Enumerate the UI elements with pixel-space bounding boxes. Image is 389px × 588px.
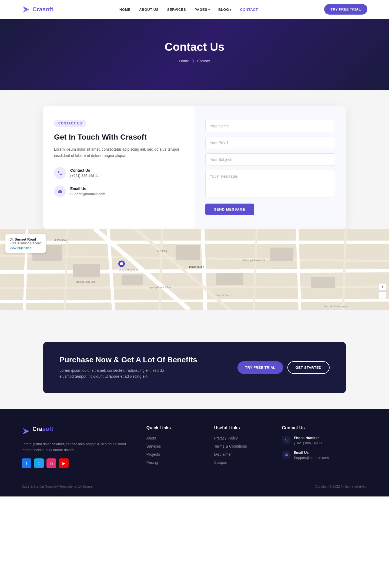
email-input[interactable] <box>205 137 335 149</box>
cta-trial-button[interactable]: TRY FREE TRIAL <box>237 361 283 374</box>
map-location-sub: Kuta, Badung Regenc <box>10 241 41 245</box>
svg-marker-37 <box>23 431 29 434</box>
cta-started-button[interactable]: GET STARTED <box>287 361 330 374</box>
footer-brand-desc: Lorem ipsum dolor sit amet, consec adipi… <box>22 441 136 453</box>
footer-quick-links: Quick Links About Services Projects Pric… <box>146 425 203 468</box>
svg-line-7 <box>0 300 389 302</box>
map-zoom-in[interactable]: + <box>379 283 386 291</box>
footer-link-privacy[interactable]: Privacy Policy <box>214 436 238 440</box>
send-button[interactable]: SEND MESSAGE <box>205 204 254 215</box>
footer-link-disclaimer[interactable]: Disclaimer <box>214 452 232 457</box>
footer-logo-icon <box>22 427 30 435</box>
social-instagram[interactable]: in <box>46 458 56 468</box>
footer-logo-text: Crasoft <box>32 425 53 432</box>
footer-contact: Contact Us Phone Number (+021) 885 148 1… <box>282 425 367 468</box>
phone-icon-wrap <box>54 167 66 179</box>
nav-cta-button[interactable]: TRY FREE TRIAL <box>324 4 367 15</box>
footer-quick-links-title: Quick Links <box>146 425 203 430</box>
footer-phone-text: Phone Number (+021) 885 148 11 <box>294 436 323 445</box>
navbar: Crasoft HOME ABOUT US SERVICES PAGES BLO… <box>0 0 389 19</box>
breadcrumb: Home ❯ Contact <box>0 59 389 63</box>
footer-social: f t in ▶ <box>22 458 136 468</box>
footer-link-projects[interactable]: Projects <box>146 452 160 457</box>
contact-heading: Get In Touch With Crasoft <box>54 132 184 142</box>
map-svg: Jl. Pandawa I Jl. Grand Dewi Sri Jl. Nak… <box>0 229 389 310</box>
message-input[interactable] <box>205 170 335 197</box>
footer-link-terms[interactable]: Terms & Conditions <box>214 444 247 448</box>
footer: Crasoft Lorem ipsum dolor sit amet, cons… <box>0 409 389 496</box>
name-input[interactable] <box>205 120 335 132</box>
phone-icon <box>58 171 62 175</box>
svg-text:Warung Liku Nakula: Warung Liku Nakula <box>243 259 265 262</box>
breadcrumb-home[interactable]: Home <box>179 59 189 63</box>
contact-form: SEND MESSAGE <box>194 106 346 229</box>
social-facebook[interactable]: f <box>22 458 31 468</box>
social-youtube[interactable]: ▶ <box>59 458 69 468</box>
cta-buttons: TRY FREE TRIAL GET STARTED <box>237 361 330 374</box>
footer-link-support[interactable]: Support <box>214 460 227 465</box>
svg-text:Map data ©2022 Google: Map data ©2022 Google <box>324 305 348 307</box>
cta-section: Purchase Now & Get A Lot Of Benefits Lor… <box>0 326 389 409</box>
contact-container: CONTACT US Get In Touch With Crasoft Lor… <box>32 106 357 229</box>
hero-section: Contact Us Home ❯ Contact <box>0 19 389 90</box>
main-content: CONTACT US Get In Touch With Crasoft Lor… <box>0 90 389 326</box>
footer-email-icon-wrap <box>282 451 291 459</box>
map-location-name: Jl. Sunset Road <box>10 237 41 241</box>
contact-info: CONTACT US Get In Touch With Crasoft Lor… <box>43 106 194 229</box>
map-view-larger[interactable]: View larger map <box>10 246 41 249</box>
contact-email-item: Email Us Support@domain.com <box>54 185 184 197</box>
social-twitter[interactable]: t <box>34 458 44 468</box>
nav-links: HOME ABOUT US SERVICES PAGES BLOG CONTAC… <box>119 7 258 12</box>
nav-home[interactable]: HOME <box>119 8 130 12</box>
svg-text:Tanjung Lima Villa: Tanjung Lima Villa <box>76 281 95 283</box>
footer-kit-credit: SaaS & Startup Company Template Kit by B… <box>22 485 92 488</box>
nav-pages[interactable]: PAGES <box>194 8 210 12</box>
contact-badge: CONTACT US <box>54 120 86 127</box>
svg-text:Legong Kirana Villas: Legong Kirana Villas <box>149 286 171 289</box>
svg-text:Jl. Grand Dewi Sri: Jl. Grand Dewi Sri <box>119 268 139 271</box>
svg-marker-1 <box>23 9 29 13</box>
logo-icon <box>22 5 30 14</box>
svg-text:Jl. Pandawa I: Jl. Pandawa I <box>54 239 69 241</box>
contact-card: CONTACT US Get In Touch With Crasoft Lor… <box>43 106 346 229</box>
hero-title: Contact Us <box>0 40 389 53</box>
footer-email-item: Email Us Support@domain.com <box>282 451 367 460</box>
footer-phone-item: Phone Number (+021) 885 148 11 <box>282 436 367 445</box>
svg-point-26 <box>120 262 123 265</box>
cta-heading: Purchase Now & Get A Lot Of Benefits <box>59 356 197 364</box>
cta-description: Lorem ipsum dolor sit amet, consectetur … <box>59 367 167 380</box>
map-section: Jl. Pandawa I Jl. Grand Dewi Sri Jl. Nak… <box>0 229 389 310</box>
logo[interactable]: Crasoft <box>22 5 53 14</box>
email-icon-wrap <box>54 185 66 197</box>
nav-about[interactable]: ABOUT US <box>139 8 159 12</box>
contact-description: Lorem ipsum dolor sit amet, consectetur … <box>54 146 184 158</box>
nav-contact[interactable]: CONTACT <box>240 8 258 12</box>
nav-blog[interactable]: BLOG <box>218 8 231 12</box>
footer-phone-icon <box>284 438 288 442</box>
footer-bottom: SaaS & Startup Company Template Kit by B… <box>22 479 367 488</box>
footer-useful-links-list: Privacy Policy Terms & Conditions Discla… <box>214 436 271 465</box>
footer-useful-links: Useful Links Privacy Policy Terms & Cond… <box>214 425 271 468</box>
email-icon <box>58 189 62 194</box>
footer-useful-links-title: Useful Links <box>214 425 271 430</box>
nav-services[interactable]: SERVICES <box>167 8 186 12</box>
svg-line-5 <box>0 271 389 272</box>
contact-phone-text: Contact Us (+021) 885 148 11 <box>70 168 99 178</box>
map-controls: + − <box>379 283 386 299</box>
subject-input[interactable] <box>205 153 335 166</box>
svg-text:Jl. Nakula: Jl. Nakula <box>157 249 167 252</box>
svg-rect-20 <box>122 275 143 285</box>
footer-grid: Crasoft Lorem ipsum dolor sit amet, cons… <box>22 425 367 468</box>
map-overlay-card: Jl. Sunset Road Kuta, Badung Regenc View… <box>5 234 46 253</box>
map-zoom-out[interactable]: − <box>379 291 386 299</box>
footer-phone-icon-wrap <box>282 436 291 444</box>
footer-email-icon <box>284 453 288 457</box>
svg-rect-19 <box>73 264 100 277</box>
svg-text:Tambul Ban: Tambul Ban <box>216 294 229 297</box>
svg-rect-24 <box>311 277 335 288</box>
footer-link-pricing[interactable]: Pricing <box>146 460 158 465</box>
footer-link-services[interactable]: Services <box>146 444 161 448</box>
breadcrumb-current: Contact <box>197 59 210 63</box>
footer-link-about[interactable]: About <box>146 436 156 440</box>
svg-line-12 <box>203 229 205 310</box>
